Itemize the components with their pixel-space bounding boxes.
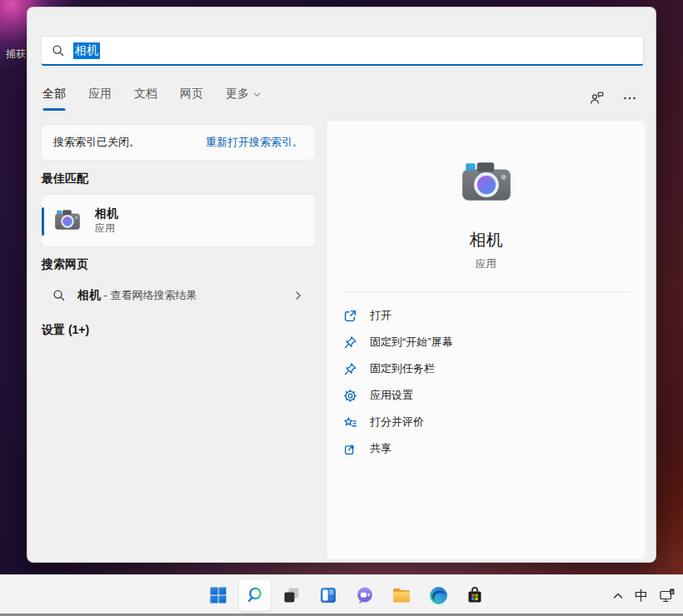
best-match-subtitle: 应用 [95,221,118,235]
search-filter-tabs: 全部 应用 文档 网页 更多 [42,87,262,105]
task-view-icon [282,585,302,605]
search-icon [52,289,66,302]
search-icon [245,585,265,605]
camera-app-icon [459,156,514,211]
indexing-notice-banner: 搜索索引已关闭。 重新打开搜索索引。 [41,124,316,161]
web-search-query: 相机 [77,288,101,303]
best-match-title: 相机 [95,206,118,221]
widgets-button[interactable] [312,579,345,612]
tab-web[interactable]: 网页 [180,87,203,105]
search-flyout-panel: 相机 全部 应用 文档 网页 更多 [27,7,656,563]
chevron-right-icon [292,290,304,301]
web-search-suffix: - 查看网络搜索结果 [101,288,197,303]
open-icon [343,309,357,323]
preview-app-title: 相机 [470,229,503,251]
search-input[interactable]: 相机 [41,36,644,66]
preview-app-subtitle: 应用 [476,257,496,271]
chat-button[interactable] [348,579,381,612]
selection-accent-bar [42,207,44,236]
windows-logo-icon [208,585,228,605]
best-match-result-camera[interactable]: 相机 应用 [41,194,316,247]
preview-action-list: 打开 固定到“开始”屏幕 [327,302,646,462]
web-search-result-row[interactable]: 相机 - 查看网络搜索结果 [41,277,316,314]
start-button[interactable] [202,579,235,612]
screen: 捕获 相机 全部 应用 文档 网页 [0,0,683,616]
chevron-down-icon [252,90,262,99]
task-view-button[interactable] [275,579,308,612]
rate-review-icon [343,415,357,430]
network-tray-button[interactable] [653,581,681,611]
tray-overflow-button[interactable] [606,581,630,611]
action-app-settings[interactable]: 应用设置 [327,382,646,409]
share-icon [343,442,357,456]
file-explorer-button[interactable] [385,579,418,612]
action-pin-to-start[interactable]: 固定到“开始”屏幕 [327,329,646,355]
chevron-up-icon [611,589,625,603]
tab-documents[interactable]: 文档 [134,87,157,105]
widgets-icon [318,585,338,605]
desktop-icon-label[interactable]: 捕获 [6,47,26,62]
app-preview-pane: 相机 应用 打开 [326,120,646,560]
ime-label: 中 [635,588,648,605]
network-icon [659,588,676,604]
action-open[interactable]: 打开 [327,302,646,329]
tab-more[interactable]: 更多 [226,87,262,105]
taskbar-system-tray: 中 [606,579,681,613]
settings-header: 设置 (1+) [42,323,89,338]
search-query-selected-text: 相机 [73,42,100,59]
action-rate-review[interactable]: 打分并评价 [327,409,646,435]
gear-icon [343,389,357,403]
search-button[interactable] [238,579,272,612]
taskbar: 中 [0,574,683,616]
preview-divider [342,291,631,292]
pin-icon [343,362,357,376]
camera-app-icon [53,206,82,235]
pin-icon [343,335,357,350]
folder-icon [391,584,412,606]
store-icon [465,585,485,605]
indexing-notice-text: 搜索索引已关闭。 [53,135,140,150]
ime-indicator[interactable]: 中 [630,581,653,611]
action-pin-to-taskbar[interactable]: 固定到任务栏 [327,355,646,382]
reenable-indexing-link[interactable]: 重新打开搜索索引。 [206,135,303,150]
web-search-header: 搜索网页 [42,257,88,272]
chat-icon [355,585,375,605]
edge-icon [428,585,449,606]
best-match-header: 最佳匹配 [42,171,88,186]
store-button[interactable] [458,579,491,612]
action-share[interactable]: 共享 [327,435,646,462]
tab-apps[interactable]: 应用 [88,87,112,105]
tab-all[interactable]: 全部 [42,87,66,105]
search-icon [52,44,65,57]
more-options-icon[interactable] [619,88,641,108]
taskbar-center-buttons [202,579,491,612]
user-feedback-icon[interactable] [586,88,607,108]
edge-button[interactable] [421,579,455,612]
panel-header-icons [586,88,641,108]
